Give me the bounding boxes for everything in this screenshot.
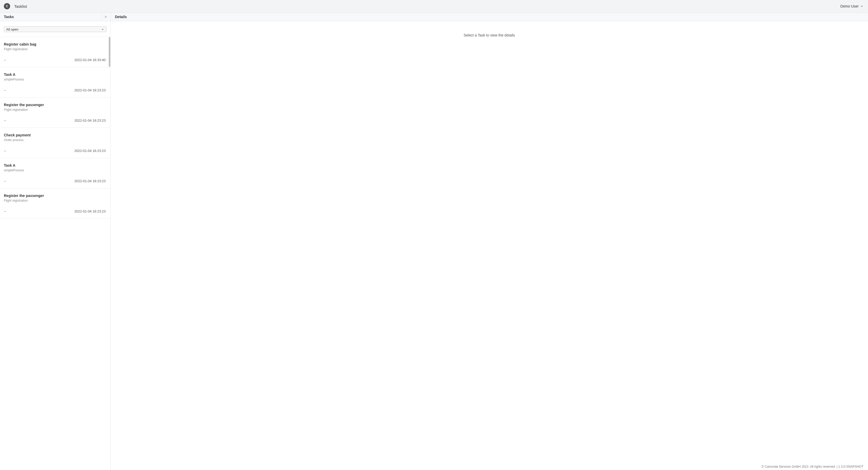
task-timestamp: 2022-01-04 16:23:23 — [74, 119, 106, 123]
task-assignee: -- — [4, 88, 6, 92]
task-timestamp: 2022-01-04 16:23:23 — [74, 88, 106, 92]
collapse-sidebar-button[interactable] — [102, 13, 110, 21]
task-process-name: simpleProcess — [4, 168, 106, 172]
task-item[interactable]: Register the passengerFlight registratio… — [0, 189, 110, 219]
task-title: Register the passenger — [4, 103, 106, 107]
task-filter-select[interactable]: All open — [4, 26, 106, 32]
logo-letter: C — [6, 4, 8, 8]
task-item[interactable]: Register the passengerFlight registratio… — [0, 98, 110, 128]
task-item[interactable]: Check paymentOrder process--2022-01-04 1… — [0, 128, 110, 158]
app-title: Tasklist — [14, 4, 27, 8]
task-title: Task A — [4, 72, 106, 77]
task-process-name: Flight registration — [4, 199, 106, 202]
user-name: Demo User — [840, 4, 859, 8]
task-process-name: Order process — [4, 138, 106, 142]
scrollbar-thumb[interactable] — [109, 37, 110, 67]
task-process-name: simpleProcess — [4, 78, 106, 81]
chevron-down-icon — [101, 28, 104, 31]
task-title: Register cabin bag — [4, 42, 106, 46]
task-item[interactable]: Register cabin bagFlight registration--2… — [0, 37, 110, 67]
task-timestamp: 2022-01-04 16:23:23 — [74, 149, 106, 153]
task-assignee: -- — [4, 119, 6, 123]
task-title: Check payment — [4, 133, 106, 137]
task-title: Register the passenger — [4, 194, 106, 198]
task-timestamp: 2022-01-04 16:23:23 — [74, 179, 106, 183]
details-panel-title: Details — [115, 15, 127, 19]
task-item[interactable]: Task AsimpleProcess--2022-01-04 16:23:23 — [0, 158, 110, 189]
filter-selected-label: All open — [6, 27, 19, 31]
app-logo: C — [4, 3, 10, 9]
task-timestamp: 2022-01-04 16:33:40 — [74, 58, 106, 62]
user-menu[interactable]: Demo User — [840, 4, 863, 8]
chevron-down-icon — [860, 5, 863, 8]
task-item[interactable]: Task AsimpleProcess--2022-01-04 16:23:23 — [0, 67, 110, 98]
task-assignee: -- — [4, 209, 6, 213]
collapse-left-icon — [104, 15, 108, 19]
task-timestamp: 2022-01-04 16:23:23 — [74, 209, 106, 213]
app-header: C Tasklist Demo User — [0, 0, 868, 13]
task-assignee: -- — [4, 58, 6, 62]
tasks-panel-title: Tasks — [4, 15, 14, 19]
task-assignee: -- — [4, 179, 6, 183]
task-process-name: Flight registration — [4, 47, 106, 51]
footer-copyright: © Camunda Services GmbH 2022. All rights… — [762, 465, 863, 468]
details-placeholder-text: Select a Task to view the details — [464, 33, 515, 37]
task-process-name: Flight registration — [4, 108, 106, 111]
details-panel: Details Select a Task to view the detail… — [111, 13, 868, 470]
tasks-sidebar: Tasks All open Register cabin bagFlig — [0, 13, 111, 470]
task-title: Task A — [4, 163, 106, 167]
task-assignee: -- — [4, 149, 6, 153]
task-list[interactable]: Register cabin bagFlight registration--2… — [0, 37, 110, 470]
